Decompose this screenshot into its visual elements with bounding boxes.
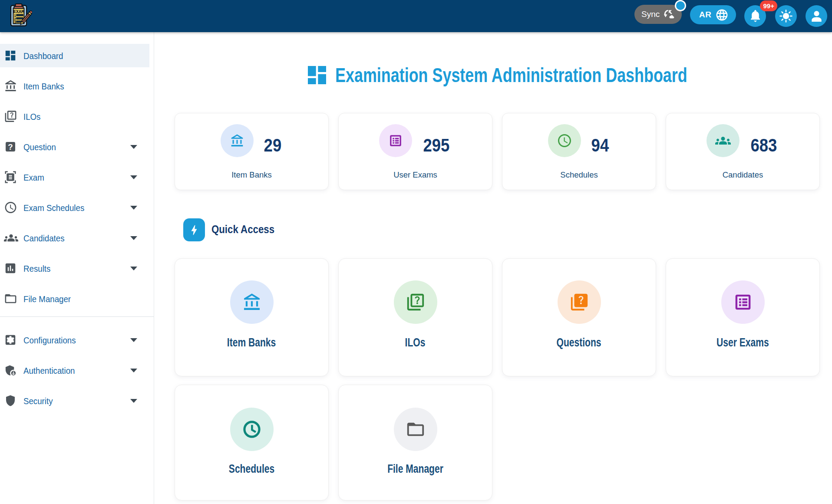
- svg-text:3: 3: [14, 20, 16, 25]
